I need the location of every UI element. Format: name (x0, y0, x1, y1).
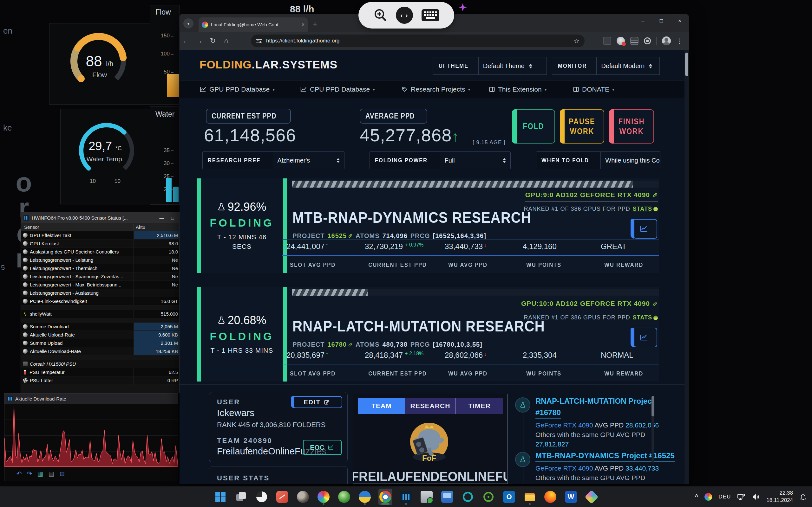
language-indicator[interactable]: DEU (718, 494, 731, 500)
sensor-row[interactable]: Auslastung des GPU Speicher-Controllers1… (21, 248, 179, 256)
taskbar-sync-app-icon[interactable] (461, 489, 475, 505)
slot2-stats-link[interactable]: STATS (633, 314, 658, 321)
profile-avatar[interactable] (662, 37, 671, 45)
taskbar-green-sphere-app-icon[interactable] (337, 489, 351, 505)
sensor-row[interactable]: Leistungsgrenzwert - Max. Betriebsspann.… (21, 281, 179, 289)
browser-tab[interactable]: Local Folding@home Web Cont × (199, 17, 308, 32)
slot2-gpu-link[interactable]: GPU:10:0 AD102 GEFORCE RTX 4090 (521, 300, 658, 310)
clock[interactable]: 22:38 18.11.2024 (766, 490, 793, 504)
taskbar-fah-web-control-icon[interactable] (358, 489, 372, 505)
taskbar-start-icon[interactable] (213, 489, 227, 505)
back-button[interactable]: ← (180, 37, 193, 45)
extension-icon-bars[interactable] (630, 37, 639, 45)
tab-team[interactable]: TEAM (358, 398, 405, 414)
nav-cpu-ppd-database[interactable]: CPU PPD Database▾ (300, 80, 375, 98)
fold-button[interactable]: FOLD (512, 109, 555, 144)
sensor-row[interactable]: PSU Lüfter0 RP (21, 377, 179, 385)
url-text[interactable]: https://client.foldingathome.org (266, 38, 570, 44)
network-icon[interactable] (737, 493, 745, 500)
hwinfo-sensor-table[interactable]: GPU Effektiver Takt2,510.6 MGPU Kernlast… (21, 231, 179, 385)
sensor-row[interactable]: GPU Effektiver Takt2,510.6 M (21, 231, 179, 239)
remote-overlay-toolbar[interactable]: ‹ › (358, 2, 454, 29)
page-scrollbar[interactable] (684, 50, 689, 484)
taskbar-photos-icon[interactable] (316, 489, 331, 505)
ui-theme-select[interactable]: Default Theme (478, 57, 537, 74)
bookmark-star-icon[interactable]: ☆ (574, 37, 579, 45)
sensor-row[interactable]: Leistungsgrenzwert - LeistungNe (21, 256, 179, 264)
feed-item1-link2[interactable]: #16780 (536, 408, 561, 418)
taskbar-word-icon[interactable]: W (564, 489, 578, 505)
hwinfo-minimize-button[interactable]: — (158, 215, 166, 221)
tab-timer[interactable]: TIMER (456, 398, 503, 414)
pause-work-button[interactable]: PAUSE WORK (560, 109, 604, 144)
session-switch-icon[interactable]: ‹ › (396, 7, 413, 24)
forward-button[interactable]: → (193, 37, 206, 45)
taskbar-file-explorer-icon[interactable] (523, 489, 537, 505)
sensor-row[interactable]: Aktuelle Upload-Rate9.600 KB (21, 331, 179, 339)
slot2-project-link[interactable]: 16780 (327, 341, 353, 348)
edit-user-button[interactable]: EDIT (291, 396, 342, 408)
download-rate-window[interactable]: Aktuelle Download-Rate ↶↷▦▤⊞ (4, 393, 178, 481)
sensor-row[interactable]: Summe Download2,055 M (21, 323, 179, 331)
slot1-project-link[interactable]: 16525 (327, 232, 353, 239)
taskbar-snipping-tool-icon[interactable] (275, 489, 289, 505)
keyboard-icon[interactable] (421, 8, 440, 22)
folding-power-select[interactable]: Full (440, 152, 510, 169)
nav-research-projects[interactable]: Research Projects▾ (402, 80, 470, 98)
taskbar-hwinfo-icon[interactable] (399, 489, 413, 505)
sensor-row[interactable]: Leistungsgrenzwert - ThermischNe (21, 264, 179, 273)
zoom-in-icon[interactable] (373, 8, 388, 22)
site-logo[interactable]: FOLDING.LAR.SYSTEMS (200, 58, 338, 71)
tray-app-icon[interactable] (705, 493, 712, 501)
slot1-chart-button[interactable] (630, 219, 657, 239)
research-pref-select[interactable]: Alzheimer's (273, 152, 344, 169)
finish-work-button[interactable]: FINISH WORK (609, 109, 654, 144)
reload-button[interactable]: ↻ (206, 37, 219, 45)
taskbar-pc-health-icon[interactable] (420, 489, 434, 505)
slot1-stats-link[interactable]: STATS (633, 206, 658, 212)
slot1-gpu-link[interactable]: GPU:9:0 AD102 GEFORCE RTX 4090 (525, 191, 658, 202)
window-close-button[interactable]: × (670, 14, 689, 28)
tray-chevron-icon[interactable]: ^ (695, 493, 699, 500)
home-button[interactable]: ⌂ (219, 37, 233, 45)
sensor-row[interactable]: Summe Upload2,301 M (21, 339, 179, 347)
new-tab-button[interactable]: + (313, 20, 317, 29)
taskbar-clock-app-icon[interactable] (255, 489, 269, 505)
nav-gpu-ppd-database[interactable]: GPU PPD Database▾ (200, 80, 275, 98)
taskbar-tool-app-icon[interactable] (481, 489, 496, 505)
browser-menu-icon[interactable]: ⋮ (676, 37, 682, 45)
browser-window[interactable]: ▾ Local Folding@home Web Cont × + – □ × … (180, 14, 689, 484)
notifications-bell-icon[interactable] (799, 493, 807, 501)
tab-research[interactable]: RESEARCH (405, 398, 456, 414)
taskbar-game-icon[interactable] (585, 489, 599, 505)
sensor-row[interactable]: GPU Kernlast98.0 (21, 239, 179, 248)
site-info-icon[interactable] (256, 38, 262, 43)
feed-scrollbar[interactable] (652, 396, 654, 463)
taskbar-outlook-icon[interactable]: O (502, 489, 516, 505)
slot2-chart-button[interactable] (630, 328, 657, 347)
sensor-row[interactable]: Aktuelle Download-Rate18.259 KB (21, 347, 179, 355)
nav-donate[interactable]: DONATE▾ (573, 80, 614, 98)
hwinfo-window[interactable]: HWiNFO64 Pro v8.00-5400 Sensor Status [.… (20, 212, 180, 393)
when-to-fold-select[interactable]: While using this Con (600, 152, 660, 169)
sensor-row[interactable]: Leistungsgrenzwert - Auslastung (21, 289, 179, 297)
extension-icon-globe-blocked[interactable] (617, 37, 625, 45)
taskbar-remote-desktop-icon[interactable] (440, 489, 454, 505)
monitor-select[interactable]: Default Modern (596, 57, 657, 74)
sensor-row[interactable]: PSU Temperatur62.5 (21, 368, 179, 377)
nav-this-extension[interactable]: This Extension▾ (489, 80, 547, 98)
graph-footer-icon[interactable]: ▤ (48, 470, 54, 477)
tab-search-button[interactable]: ▾ (183, 18, 194, 29)
taskbar-task-view-icon[interactable] (234, 489, 248, 505)
address-bar[interactable]: https://client.foldingathome.org ☆ (251, 35, 585, 47)
graph-footer-icon[interactable]: ▦ (38, 470, 44, 477)
graph-footer-icon[interactable]: ↷ (27, 470, 32, 477)
taskbar-firefox-icon[interactable] (543, 489, 557, 505)
hwinfo-titlebar[interactable]: HWiNFO64 Pro v8.00-5400 Sensor Status [.… (21, 212, 179, 223)
volume-icon[interactable] (752, 493, 760, 500)
sensor-row[interactable]: ϟshellyWatt515.000 (21, 310, 179, 318)
feed-item1-link[interactable]: RNAP-LATCH-MUTATION Project (536, 397, 654, 407)
window-minimize-button[interactable]: – (634, 14, 652, 28)
window-maximize-button[interactable]: □ (652, 14, 670, 28)
graph-footer-icon[interactable]: ⊞ (59, 470, 65, 477)
